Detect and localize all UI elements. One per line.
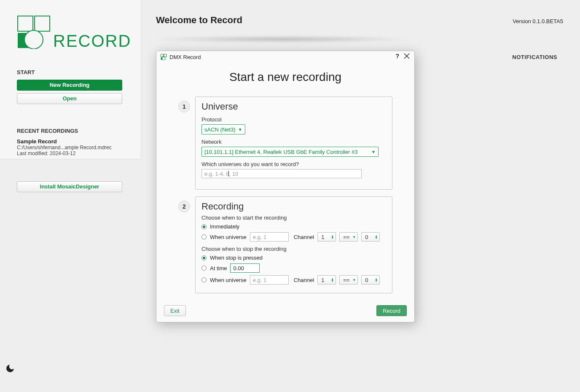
start-when-universe-option[interactable]: When universe Channel 1▲▼ ==▼ 0▲▼ bbox=[201, 232, 386, 242]
recent-modified: Last modified: 2024-03-12 bbox=[17, 150, 124, 156]
stop-universe-input[interactable] bbox=[250, 275, 289, 285]
radio-selected-icon bbox=[201, 255, 207, 260]
new-recording-button[interactable]: New Recording bbox=[17, 80, 122, 91]
universe-panel: Universe Protocol sACN (Net3) ▼ Network … bbox=[195, 97, 392, 190]
app-logo: RECORD bbox=[17, 15, 124, 49]
at-time-label: At time bbox=[210, 265, 227, 271]
stop-time-input[interactable] bbox=[230, 263, 260, 273]
stop-channel-spinner[interactable]: 1▲▼ bbox=[317, 275, 336, 285]
sidebar: RECORD START New Recording Open RECENT R… bbox=[0, 0, 141, 159]
svg-rect-4 bbox=[161, 54, 164, 56]
when-universe-label: When universe bbox=[210, 234, 247, 240]
universe-title: Universe bbox=[201, 101, 386, 112]
chevron-down-icon: ▼ bbox=[238, 127, 242, 132]
recent-path: C:/Users/shfernand...ample Record.mdrec bbox=[17, 145, 124, 150]
start-channel-spinner[interactable]: 1▲▼ bbox=[317, 232, 336, 242]
radio-icon bbox=[201, 234, 207, 239]
protocol-label: Protocol bbox=[201, 116, 386, 123]
stop-channel-label: Channel bbox=[294, 277, 314, 283]
network-label: Network bbox=[201, 139, 386, 145]
install-mosaic-button[interactable]: Install MosaicDesigner bbox=[17, 181, 122, 192]
close-icon[interactable] bbox=[403, 53, 410, 59]
svg-rect-0 bbox=[18, 16, 33, 31]
stop-universe-label: When universe bbox=[210, 277, 247, 283]
universes-label: Which universes do you want to record? bbox=[201, 161, 386, 167]
dialog-titlebar: DMX Record ? bbox=[156, 51, 414, 63]
dialog-heading: Start a new recording bbox=[156, 70, 414, 84]
start-section-label: START bbox=[17, 69, 124, 75]
recent-section-label: RECENT RECORDINGS bbox=[17, 128, 124, 134]
universes-input[interactable] bbox=[201, 169, 362, 178]
logo-icon bbox=[17, 15, 51, 49]
start-operator-select[interactable]: ==▼ bbox=[339, 232, 358, 242]
recording-panel: Recording Choose when to start the recor… bbox=[195, 196, 392, 293]
stop-pressed-label: When stop is pressed bbox=[210, 255, 263, 261]
dark-mode-icon[interactable] bbox=[5, 363, 15, 373]
shadow-decoration bbox=[150, 36, 414, 42]
stop-operator-select[interactable]: ==▼ bbox=[339, 275, 358, 285]
protocol-select[interactable]: sACN (Net3) ▼ bbox=[201, 124, 245, 134]
stop-value-spinner[interactable]: 0▲▼ bbox=[361, 275, 380, 285]
radio-icon bbox=[201, 277, 207, 282]
step-2-badge: 2 bbox=[178, 201, 190, 212]
exit-button[interactable]: Exit bbox=[164, 305, 186, 316]
recent-name: Sample Record bbox=[17, 138, 124, 145]
immediately-label: Immediately bbox=[210, 223, 239, 230]
stop-when-pressed-option[interactable]: When stop is pressed bbox=[201, 255, 386, 261]
start-value-spinner[interactable]: 0▲▼ bbox=[361, 232, 380, 242]
stop-at-time-option[interactable]: At time bbox=[201, 263, 386, 273]
step-1-badge: 1 bbox=[178, 101, 190, 113]
protocol-value: sACN (Net3) bbox=[204, 126, 236, 133]
start-label: Choose when to start the recording bbox=[201, 215, 386, 221]
record-button[interactable]: Record bbox=[376, 305, 407, 316]
page-title: Welcome to Record bbox=[156, 15, 242, 26]
network-value: [10.101.1.1] Ethernet 4, Realtek USB GbE… bbox=[204, 149, 357, 155]
radio-icon bbox=[201, 266, 207, 271]
logo-text: RECORD bbox=[53, 32, 131, 51]
open-button[interactable]: Open bbox=[17, 93, 122, 104]
dmx-record-dialog: DMX Record ? Start a new recording 1 Uni… bbox=[156, 51, 415, 322]
recording-title: Recording bbox=[201, 201, 386, 212]
start-universe-input[interactable] bbox=[250, 232, 289, 242]
recent-recording-item[interactable]: Sample Record C:/Users/shfernand...ample… bbox=[17, 138, 124, 156]
dialog-title: DMX Record bbox=[169, 54, 201, 60]
help-button[interactable]: ? bbox=[395, 53, 399, 59]
version-label: Version 0.1.0.BETA5 bbox=[513, 18, 563, 24]
dialog-app-icon bbox=[161, 54, 167, 60]
start-immediately-option[interactable]: Immediately bbox=[201, 223, 386, 230]
svg-rect-1 bbox=[35, 16, 50, 31]
chevron-down-icon: ▼ bbox=[371, 150, 376, 154]
svg-point-3 bbox=[24, 30, 43, 49]
notifications-label: NOTIFICATIONS bbox=[512, 54, 557, 60]
svg-rect-5 bbox=[164, 54, 166, 56]
stop-label: Choose when to stop the recording bbox=[201, 246, 386, 252]
radio-selected-icon bbox=[201, 224, 207, 229]
network-select[interactable]: [10.101.1.1] Ethernet 4, Realtek USB GbE… bbox=[201, 147, 379, 157]
svg-point-7 bbox=[162, 57, 166, 60]
stop-when-universe-option[interactable]: When universe Channel 1▲▼ ==▼ 0▲▼ bbox=[201, 275, 386, 285]
channel-label: Channel bbox=[294, 234, 314, 240]
